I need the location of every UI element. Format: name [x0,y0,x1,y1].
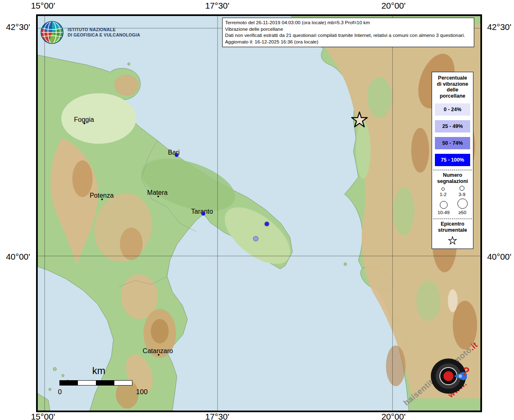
lat-label-left-40: 40°00' [2,252,34,262]
lon-label-bottom-20: 20°00' [375,412,412,420]
felt-report-point [202,212,205,215]
legend-signal-10-49: 10-49 [437,201,449,215]
city-name: Potenza [90,192,114,199]
legend-class-swatch-0: 0 - 24% [435,103,470,116]
signal-size-icon [459,186,464,191]
signal-size-label: 3-9 [459,192,466,197]
legend-title-line: Percentuale [438,75,467,81]
felt-report-map-page: 15°00' 17°30' 20°00' 15°00' 17°30' 20°00… [0,0,514,420]
epicenter-star-icon [350,110,369,132]
signal-size-label: ≥50 [459,210,466,215]
event-info-line-1: Terremoto del 26-11-2019 04:03:00 (ora l… [225,20,471,26]
legend-class-label-1: 25 - 49% [442,123,463,129]
legend-signals-title-line: segnalazioni [437,178,468,185]
lon-label-bottom-15: 15°00' [25,412,61,420]
legend-epicenter-title-line: Epicentro [441,221,464,227]
legend-class-swatch-1: 25 - 49% [435,120,470,132]
legend-signal-3-9: 3-9 [459,186,466,197]
lat-label-left-42-30: 42°30' [2,22,34,32]
legend-box: Percentuale di vibrazione delle porcella… [432,72,473,249]
city-name: Catanzaro [143,347,173,354]
city-name: Matera [147,189,168,196]
scale-bar [59,380,132,386]
lon-label-top-15: 15°00' [25,1,61,11]
terrain-map-canvas [38,16,480,411]
legend-class-label-2: 50 - 74% [442,140,463,146]
legend-signals-title-line: Numero [443,172,462,178]
event-info-line-2: Vibrazione delle porcellane [225,26,471,33]
legend-class-swatch-2: 50 - 74% [435,137,470,149]
ingv-logo-text: ISTITUTO NAZIONALE DI GEOFISICA E VULCAN… [68,27,140,38]
legend-signal-row-2: 10-49 ≥50 [434,199,471,215]
signal-size-label: 1-2 [440,192,447,197]
lon-label-bottom-17-30: 17°30' [199,412,236,420]
ingv-logo-line1: ISTITUTO NAZIONALE [68,27,140,32]
signal-size-icon [440,201,448,209]
legend-class-label-3: 75 - 100% [441,157,464,163]
ingv-logo-line2: DI GEOFISICA E VULCANOLOGIA [68,32,140,38]
lon-label-top-17-30: 17°30' [199,1,236,11]
scale-segment [77,381,96,385]
legend-signal-1-2: 1-2 [440,187,447,197]
legend-title-line: di vibrazione [437,81,468,87]
city-marker-catanzaro [158,354,159,356]
city-marker-foggia [84,123,85,124]
event-info-box: Terremoto del 26-11-2019 04:03:00 (ora l… [222,18,474,47]
scale-segment [60,381,77,385]
scale-segment [114,381,132,385]
event-info-line-4: Aggiornato il: 16-12-2025 16:36 (ora loc… [225,39,471,46]
lat-label-right-42-30: 42°30' [483,22,514,32]
legend-star-icon [447,235,458,246]
legend-epicenter-title-line: strumentale [438,227,467,233]
signal-size-icon [441,187,445,191]
legend-divider [433,170,472,170]
legend-divider [433,219,472,219]
city-name: Foggia [74,116,94,123]
ingv-globe-icon [40,21,64,44]
scale-end-label: 100 [136,388,148,396]
signal-size-label: 10-49 [437,210,449,215]
lon-label-top-20: 20°00' [375,1,412,11]
scale-start-label: 0 [58,388,61,396]
event-info-line-3: Dati non verificati estratti da 21 quest… [225,32,471,39]
legend-class-label-0: 0 - 24% [443,107,461,112]
felt-report-point [254,237,258,241]
legend-class-swatch-3: 75 - 100% [435,154,470,166]
felt-report-point [265,222,269,226]
lat-label-right-40: 40°00' [483,252,514,262]
legend-signal-50plus: ≥50 [457,199,468,215]
city-marker-matera [157,196,159,197]
legend-title-line: delle [447,87,459,93]
city-marker-potenza [101,199,103,200]
ingv-logo: ISTITUTO NAZIONALE DI GEOFISICA E VULCAN… [40,21,140,44]
map-frame [36,14,482,412]
legend-title-line: porcellane [440,93,466,99]
felt-report-point [175,153,178,157]
scale-segment [96,381,114,385]
scale-unit-label: km [92,365,105,377]
signal-size-icon [457,199,468,209]
legend-signal-row-1: 1-2 3-9 [434,186,471,197]
